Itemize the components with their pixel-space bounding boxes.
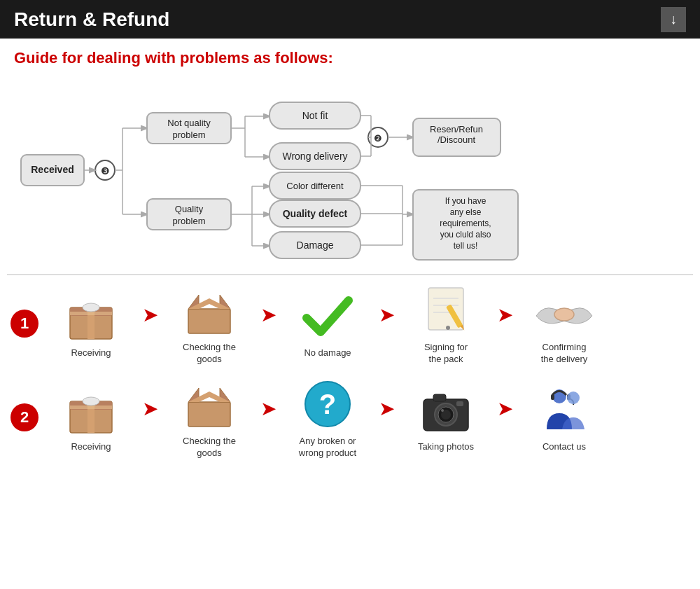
svg-rect-62 [70,312,112,315]
svg-rect-95 [551,394,554,400]
pencil-icon [414,282,477,338]
svg-text:Damage: Damage [297,240,334,251]
svg-rect-92 [433,394,446,401]
process-row-2: 2 Receiving ➤ [0,373,700,463]
arrow-1-3: ➤ [379,303,395,326]
arrow-2-1: ➤ [142,397,158,420]
person-icon [533,382,596,438]
svg-text:Quality defect: Quality defect [283,208,348,219]
svg-text:?: ? [319,389,336,420]
label-confirming: Confirmingthe delivery [541,342,587,366]
svg-text:Not quality: Not quality [167,118,211,128]
svg-text:problem: problem [173,130,206,140]
svg-text:Wrong delivery: Wrong delivery [282,151,347,162]
header-title: Return & Refund [14,8,169,31]
camera-icon [414,382,477,438]
label-receiving-1: Receiving [71,347,111,359]
svg-point-80 [83,397,99,406]
label-receiving-2: Receiving [71,441,111,453]
process-steps-1: Receiving ➤ Checkin [46,282,690,366]
svg-text:Not fit: Not fit [302,110,328,121]
svg-text:If you have: If you have [445,196,486,206]
svg-text:Quality: Quality [175,204,204,214]
svg-text:tell us!: tell us! [454,241,478,251]
svg-rect-79 [70,406,112,409]
svg-text:you cluld also: you cluld also [440,230,491,240]
svg-text:Color different: Color different [286,181,344,191]
process-number-2: 2 [10,403,38,431]
arrow-1-2: ➤ [260,303,276,326]
process-step-checking-1: Checking thegoods [164,282,255,366]
label-nodamage: No damage [304,347,351,359]
svg-point-91 [441,409,444,412]
label-broken: Any broken orwrong product [299,436,356,459]
checkmark-icon [296,288,359,344]
svg-rect-93 [456,401,463,406]
arrow-1-1: ➤ [142,303,158,326]
svg-text:problem: problem [173,216,206,226]
svg-text:/Discount: /Discount [438,134,476,145]
box-open-icon-1 [178,282,241,338]
process-step-nodamage: No damage [282,288,373,359]
svg-rect-64 [188,309,230,333]
arrow-2-3: ➤ [379,397,395,420]
arrow-2-4: ➤ [497,397,513,420]
box-open-icon-2 [178,376,241,432]
guide-title: Guide for dealing with problems as follo… [14,49,686,67]
header: Return & Refund ↓ [0,0,700,39]
process-step-receiving-1: Receiving [46,288,136,359]
process-row-1: 1 Receiving ➤ [0,279,700,369]
box-closed-icon-2 [59,382,122,438]
svg-text:Resen/Refun: Resen/Refun [430,124,483,134]
handshake-icon [533,282,596,338]
process-step-receiving-2: Receiving [46,382,136,453]
process-step-broken: ? Any broken orwrong product [282,376,373,459]
process-step-checking-2: Checking thegoods [164,376,255,459]
question-icon: ? [296,376,359,432]
process-step-contact: Contact us [519,382,610,453]
box-closed-icon-1 [59,288,122,344]
process-step-photos: Taking photos [400,382,491,453]
header-arrow-icon: ↓ [661,7,686,32]
arrow-1-4: ➤ [497,303,513,326]
process-number-1: 1 [10,310,38,338]
svg-point-97 [567,391,580,404]
svg-point-75 [554,308,574,321]
svg-text:any else: any else [450,207,482,217]
svg-rect-81 [188,402,230,427]
process-steps-2: Receiving ➤ Checking thegoods ➤ [46,376,690,459]
process-step-confirming: Confirmingthe delivery [519,282,610,366]
arrow-2-2: ➤ [260,397,276,420]
svg-text:Received: Received [31,164,74,175]
main-container: Return & Refund ↓ Guide for dealing with… [0,0,700,589]
guide-section: Guide for dealing with problems as follo… [0,39,700,270]
svg-text:❷: ❷ [374,133,382,144]
label-contact: Contact us [542,441,586,453]
svg-text:requirements,: requirements, [440,219,491,228]
label-checking-2: Checking thegoods [183,436,236,459]
label-photos: Taking photos [418,441,474,453]
svg-point-63 [83,303,99,312]
process-step-signing: Signing forthe pack [400,282,491,366]
flowchart-svg: Received ❸ Not quality problem Quality p… [14,78,686,263]
label-signing: Signing forthe pack [424,342,468,366]
svg-text:❸: ❸ [101,165,110,176]
svg-point-74 [446,326,450,330]
label-checking-1: Checking thegoods [183,342,236,366]
